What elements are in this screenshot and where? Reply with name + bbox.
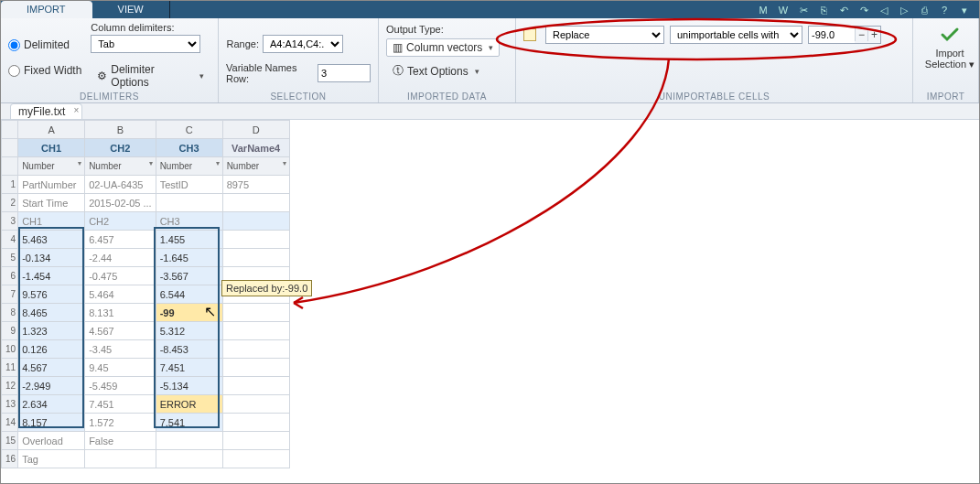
cell[interactable]: 9.45 (85, 359, 156, 377)
cell[interactable] (156, 194, 222, 212)
cell[interactable]: 8.157 (18, 414, 85, 432)
cell[interactable]: 7.451 (85, 395, 156, 414)
row-header[interactable]: 1 (2, 176, 18, 194)
variable-name-header[interactable]: CH2 (85, 139, 156, 157)
cell[interactable]: 7.451 (156, 359, 222, 377)
rule-checkbox[interactable] (523, 28, 536, 41)
cell[interactable]: ERROR (156, 395, 222, 414)
range-select[interactable]: A4:A14,C4:... (263, 35, 343, 53)
qa-icon[interactable]: W (776, 5, 791, 17)
cell[interactable]: -3.45 (85, 340, 156, 359)
cell[interactable] (222, 231, 289, 249)
cell[interactable]: 7.541 (156, 414, 222, 432)
cell[interactable]: False (85, 432, 156, 450)
cell[interactable]: Start Time (18, 194, 85, 212)
rule-action-select[interactable]: Replace (545, 26, 664, 44)
row-header[interactable]: 16 (2, 450, 18, 468)
cell[interactable] (222, 304, 289, 322)
row-header[interactable]: 11 (2, 359, 18, 377)
cell[interactable] (222, 212, 289, 231)
cell[interactable]: 6.544 (156, 285, 222, 304)
cell[interactable] (222, 414, 289, 432)
type-header[interactable]: Number (85, 157, 156, 176)
redo-icon[interactable]: ↷ (856, 5, 871, 17)
cell[interactable]: -1.645 (156, 249, 222, 267)
cell[interactable]: Tag (18, 450, 85, 468)
cell[interactable]: 4.567 (18, 359, 85, 377)
row-header[interactable]: 3 (2, 212, 18, 231)
column-delimiters-select[interactable]: Tab (91, 35, 200, 53)
rule-value-input[interactable] (809, 27, 855, 43)
type-header[interactable]: Number (18, 157, 85, 176)
cell[interactable]: 1.455 (156, 231, 222, 249)
varrow-input[interactable] (318, 64, 371, 82)
copy-icon[interactable]: ⎘ (816, 5, 831, 17)
row-header[interactable]: 14 (2, 414, 18, 432)
radio-delimited[interactable]: Delimited (8, 38, 81, 51)
rule-value-spinner[interactable]: − + (808, 26, 881, 44)
cell[interactable] (85, 450, 156, 468)
row-header[interactable]: 8 (2, 304, 18, 322)
data-grid[interactable]: ABCDCH1CH2CH3VarName4NumberNumberNumberN… (1, 120, 979, 483)
column-header[interactable]: D (222, 121, 289, 139)
cell[interactable]: 2015-02-05 ... (85, 194, 156, 212)
cell[interactable]: 5.463 (18, 231, 85, 249)
rule-target-select[interactable]: unimportable cells with (670, 26, 802, 44)
cell[interactable]: 4.567 (85, 322, 156, 340)
cell[interactable]: -5.134 (156, 377, 222, 395)
cell[interactable]: 02-UA-6435 (85, 176, 156, 194)
column-header[interactable]: B (85, 121, 156, 139)
cell[interactable] (222, 395, 289, 414)
cell[interactable]: 8975 (222, 176, 289, 194)
row-header[interactable]: 7 (2, 285, 18, 304)
undo-icon[interactable]: ↶ (836, 5, 851, 17)
cell[interactable]: 8.465 (18, 304, 85, 322)
cell[interactable]: -8.453 (156, 340, 222, 359)
cell[interactable] (222, 322, 289, 340)
cell[interactable]: 1.323 (18, 322, 85, 340)
tab-view[interactable]: VIEW (92, 1, 170, 18)
cell[interactable]: TestID (156, 176, 222, 194)
fwd-icon[interactable]: ▷ (897, 5, 911, 17)
variable-name-header[interactable]: CH1 (18, 139, 85, 157)
cell[interactable]: 1.572 (85, 414, 156, 432)
cell[interactable]: 0.126 (18, 340, 85, 359)
menu-icon[interactable]: ▾ (957, 5, 972, 17)
cell[interactable]: 5.312 (156, 322, 222, 340)
help-icon[interactable]: ? (937, 5, 952, 17)
column-header[interactable]: A (18, 121, 85, 139)
cell[interactable]: -2.949 (18, 377, 85, 395)
cut-icon[interactable]: ✂ (796, 5, 811, 17)
row-header[interactable]: 6 (2, 267, 18, 285)
cell[interactable] (222, 194, 289, 212)
qa-icon[interactable]: M (756, 5, 770, 17)
delimiter-options-button[interactable]: ⚙ Delimiter Options (91, 60, 210, 91)
cell[interactable]: Overload (18, 432, 85, 450)
row-header[interactable]: 4 (2, 231, 18, 249)
cell[interactable] (222, 377, 289, 395)
cell[interactable] (222, 359, 289, 377)
cell[interactable]: 6.457 (85, 231, 156, 249)
cell[interactable]: 9.576 (18, 285, 85, 304)
column-header[interactable]: C (156, 121, 222, 139)
text-options-button[interactable]: ⓣ Text Options (386, 60, 486, 81)
cell[interactable] (222, 249, 289, 267)
row-header[interactable]: 12 (2, 377, 18, 395)
cell[interactable] (156, 432, 222, 450)
cell[interactable]: -0.475 (85, 267, 156, 285)
type-header[interactable]: Number (156, 157, 222, 176)
cell[interactable] (156, 450, 222, 468)
cell[interactable]: -5.459 (85, 377, 156, 395)
cell[interactable]: CH3 (156, 212, 222, 231)
tab-import[interactable]: IMPORT (1, 1, 92, 18)
type-header[interactable]: Number (222, 157, 289, 176)
file-tab[interactable]: myFile.txt × (10, 103, 82, 119)
close-icon[interactable]: × (74, 105, 80, 115)
row-header[interactable]: 10 (2, 340, 18, 359)
increment-icon[interactable]: + (867, 28, 880, 41)
cell[interactable] (222, 450, 289, 468)
row-header[interactable]: 15 (2, 432, 18, 450)
row-header[interactable]: 2 (2, 194, 18, 212)
cell[interactable]: 2.634 (18, 395, 85, 414)
cell[interactable]: 5.464 (85, 285, 156, 304)
